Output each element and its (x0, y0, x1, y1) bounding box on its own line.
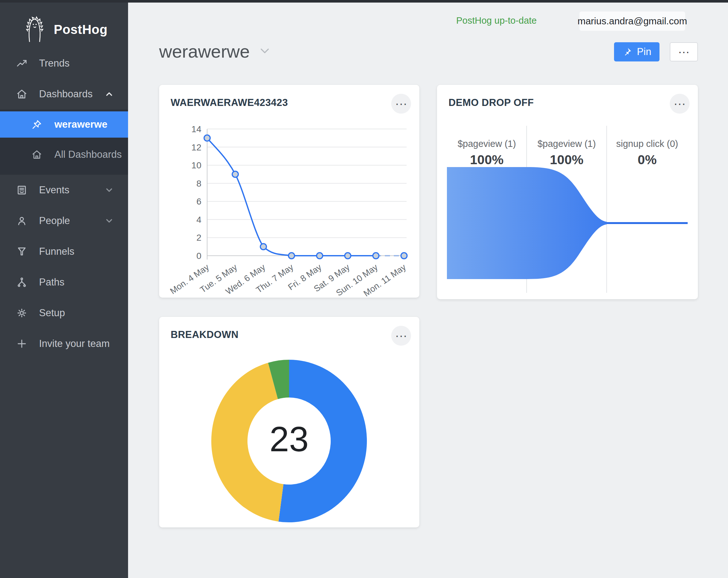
donut-total-value: 23 (257, 419, 321, 467)
gear-icon (16, 307, 28, 319)
sidebar-item-label: Invite your team (39, 338, 110, 349)
dashboard-more-button[interactable]: ··· (670, 42, 698, 61)
home-icon (16, 88, 28, 100)
funnel-card: DEMO DROP OFF ··· $pageview (1) 100% $pa… (437, 85, 698, 299)
svg-text:2: 2 (196, 233, 201, 243)
sidebar-item-invite-team[interactable]: Invite your team (0, 329, 128, 359)
page-title: werawerwe (159, 41, 250, 62)
update-status-link[interactable]: PostHog up-to-date (456, 16, 537, 26)
sidebar-item-funnels[interactable]: Funnels (0, 236, 128, 267)
funnel-icon (16, 246, 28, 257)
chevron-down-icon (104, 216, 114, 226)
sidebar-nav: Trends Dashboards werawerwe (0, 48, 128, 359)
svg-text:4: 4 (196, 215, 201, 225)
svg-text:14: 14 (191, 124, 201, 134)
dashboards-submenu: werawerwe All Dashboards (0, 109, 128, 175)
window-top-strip (0, 0, 728, 3)
pushpin-icon (622, 47, 632, 57)
sidebar-item-events[interactable]: Events (0, 175, 128, 206)
sidebar-item-trends[interactable]: Trends (0, 48, 128, 79)
trend-icon (16, 58, 28, 69)
page-title-row: werawerwe (159, 41, 270, 62)
paths-icon (16, 277, 28, 288)
sidebar-item-label: Funnels (39, 246, 74, 257)
sidebar-item-label: werawerwe (54, 119, 107, 130)
pin-button-label: Pin (637, 46, 651, 58)
svg-text:10: 10 (191, 160, 201, 170)
trend-card: WAERWAERAWE423423 ··· 02468101214Mon. 4 … (159, 85, 419, 298)
sidebar-item-label: All Dashboards (54, 149, 122, 160)
sidebar-item-dashboards[interactable]: Dashboards (0, 79, 128, 109)
svg-text:6: 6 (196, 196, 201, 206)
line-chart: 02468101214Mon. 4 MayTue. 5 MayWed. 6 Ma… (159, 85, 419, 298)
sidebar-item-label: People (39, 215, 70, 227)
sidebar-item-people[interactable]: People (0, 206, 128, 236)
sidebar-item-paths[interactable]: Paths (0, 267, 128, 298)
breakdown-card: BREAKDOWN ··· 23 (159, 317, 419, 527)
brand: PostHog (0, 0, 128, 48)
person-icon (16, 215, 28, 227)
svg-text:8: 8 (196, 179, 201, 188)
pin-icon (31, 119, 42, 130)
sidebar-item-label: Setup (39, 307, 65, 319)
sidebar-item-setup[interactable]: Setup (0, 298, 128, 329)
title-dropdown-caret[interactable] (259, 47, 270, 56)
chevron-down-icon (259, 47, 270, 54)
brand-name: PostHog (54, 22, 108, 37)
sidebar-item-label: Events (39, 184, 70, 196)
chevron-up-icon (104, 89, 114, 99)
hedgehog-logo-icon (22, 15, 47, 44)
plus-icon (16, 338, 28, 349)
list-icon (16, 184, 28, 196)
funnel-shape (447, 167, 607, 279)
pin-button[interactable]: Pin (614, 42, 659, 61)
account-email-button[interactable]: marius.andra@gmail.com (579, 11, 685, 31)
svg-text:12: 12 (191, 142, 201, 152)
home-icon (31, 149, 42, 160)
sidebar-item-label: Paths (39, 277, 64, 288)
funnel-tail-line (607, 222, 688, 224)
sidebar-item-werawerwe[interactable]: werawerwe (0, 111, 128, 138)
chevron-down-icon (104, 185, 114, 195)
sidebar-item-all-dashboards[interactable]: All Dashboards (0, 138, 128, 172)
sidebar: PostHog Trends Dashboards wera (0, 0, 128, 578)
funnel-chart (437, 85, 698, 299)
sidebar-item-label: Trends (39, 58, 70, 69)
svg-text:0: 0 (196, 251, 201, 261)
sidebar-item-label: Dashboards (39, 88, 93, 100)
